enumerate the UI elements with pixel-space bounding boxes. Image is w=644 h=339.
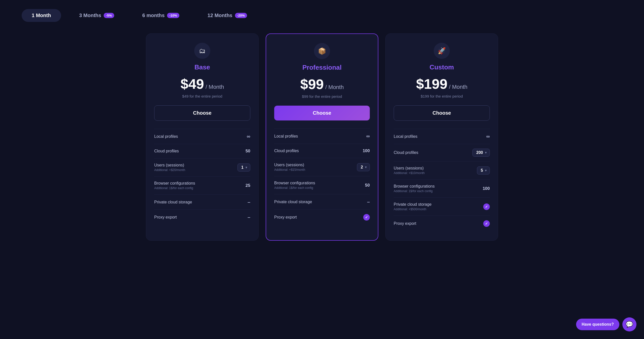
plan-price-base: $49 / Month [154, 76, 250, 92]
plan-card-professional: 📦Professional$99 / Month$99 for the enti… [266, 33, 378, 241]
feature-label-text: Proxy export [154, 215, 177, 220]
feature-row: Proxy export– [154, 209, 250, 225]
feature-row: Browser configurationsAdditional: 1$/for… [394, 179, 490, 197]
plan-price-custom: $199 / Month [394, 76, 490, 92]
feature-row: Cloud profiles50 [154, 144, 250, 158]
choose-button-professional[interactable]: Choose [274, 106, 370, 120]
feature-label-text: Proxy export [274, 215, 297, 220]
check-icon: ✓ [483, 203, 490, 210]
plan-period-professional: / Month [324, 84, 344, 90]
feature-label-text: Users (sessions) [154, 163, 185, 167]
feature-sub-text: Additional: +$20/month [154, 168, 185, 172]
feature-value[interactable]: 2▾ [357, 163, 370, 171]
infinity-icon: ∞ [247, 134, 250, 139]
feature-label: Proxy export [274, 215, 297, 220]
feature-label-text: Cloud profiles [274, 149, 299, 153]
feature-label-text: Private cloud storage [274, 200, 312, 204]
feature-value: 50 [246, 149, 250, 154]
feature-label-text: Browser configurations [154, 181, 195, 186]
period-option-12months[interactable]: 12 Months-20% [197, 9, 257, 22]
plan-amount-professional: $99 [300, 76, 324, 92]
feature-value: ✓ [483, 203, 490, 210]
feature-label: Local profiles [274, 134, 298, 139]
feature-value[interactable]: 5▾ [477, 166, 490, 175]
feature-label: Local profiles [394, 134, 417, 139]
feature-label-text: Local profiles [274, 134, 298, 139]
feature-label: Users (sessions)Additional: +$15/month [274, 163, 305, 172]
period-option-3months[interactable]: 3 Months-5% [69, 9, 124, 22]
plan-name-custom: Custom [394, 63, 490, 71]
feature-label-text: Private cloud storage [154, 200, 192, 204]
feature-value[interactable]: 200▾ [472, 149, 490, 157]
period-label-1month: 1 Month [32, 13, 51, 18]
plan-icon-base: 🗂 [194, 43, 210, 59]
plan-amount-base: $49 [181, 76, 204, 92]
feature-row: Users (sessions)Additional: +$15/month2▾ [274, 158, 370, 176]
feature-label-text: Private cloud storage [394, 202, 431, 207]
dash-icon: – [367, 199, 370, 205]
feature-row: Local profiles∞ [394, 129, 490, 144]
plan-name-base: Base [154, 63, 250, 71]
dropdown-text: 5 [481, 168, 483, 173]
feature-label-text: Local profiles [394, 134, 417, 139]
feature-row: Users (sessions)Additional: +$10/month5▾ [394, 161, 490, 179]
choose-button-base[interactable]: Choose [154, 105, 250, 121]
plan-total-professional: $99 for the entire period [274, 94, 370, 99]
dropdown-value[interactable]: 2▾ [357, 163, 370, 171]
chat-button[interactable]: 💬 [622, 317, 636, 331]
dropdown-value[interactable]: 1▾ [237, 163, 250, 172]
feature-value: ∞ [366, 133, 370, 139]
plan-amount-custom: $199 [416, 76, 448, 92]
feature-label: Users (sessions)Additional: +$20/month [154, 163, 185, 172]
chevron-down-icon: ▾ [485, 151, 487, 154]
dropdown-text: 1 [241, 165, 244, 170]
feature-label: Browser configurationsAdditional: 1$/for… [154, 181, 195, 190]
discount-badge-3months: -5% [104, 13, 114, 18]
feature-value: ∞ [247, 134, 250, 139]
feature-sub-text: Additional: +$15/month [274, 168, 305, 172]
feature-value: – [248, 214, 250, 220]
feature-label-text: Local profiles [154, 134, 178, 139]
period-option-1month[interactable]: 1 Month [22, 9, 61, 22]
chevron-down-icon: ▾ [365, 165, 367, 169]
feature-value: ∞ [486, 134, 490, 139]
feature-label: Browser configurationsAdditional: 1$/for… [274, 181, 315, 190]
feature-value[interactable]: 1▾ [237, 163, 250, 172]
feature-label: Private cloud storage [154, 200, 192, 204]
feature-sub-text: Additional: 1$/for each config [154, 186, 195, 190]
feature-row: Private cloud storage– [274, 194, 370, 209]
dropdown-text: 200 [476, 150, 483, 155]
feature-sub-text: Additional: 1$/for each config [394, 189, 435, 193]
feature-label: Browser configurationsAdditional: 1$/for… [394, 184, 435, 193]
feature-label-text: Cloud profiles [394, 150, 418, 155]
choose-button-custom[interactable]: Choose [394, 105, 490, 121]
feature-label: Cloud profiles [154, 149, 179, 153]
feature-label: Cloud profiles [394, 150, 418, 155]
dropdown-value[interactable]: 200▾ [472, 149, 490, 157]
feature-label: Private cloud storage [274, 200, 312, 204]
feature-label: Local profiles [154, 134, 178, 139]
feature-label-text: Proxy export [394, 221, 416, 226]
feature-value: – [367, 199, 370, 205]
infinity-icon: ∞ [486, 134, 490, 139]
plan-total-base: $49 for the entire period [154, 94, 250, 98]
plan-period-custom: / Month [448, 84, 467, 90]
period-option-6months[interactable]: 6 months-10% [132, 9, 189, 22]
dash-icon: – [248, 199, 250, 205]
chevron-down-icon: ▾ [485, 169, 487, 172]
feature-row: Browser configurationsAdditional: 1$/for… [274, 176, 370, 194]
plan-icon-custom: 🚀 [434, 43, 450, 59]
check-icon: ✓ [483, 220, 490, 227]
feature-row: Local profiles∞ [274, 129, 370, 144]
have-questions-button[interactable]: Have questions? [576, 319, 619, 330]
feature-label: Proxy export [154, 215, 177, 220]
feature-row: Local profiles∞ [154, 129, 250, 144]
feature-sub-text: Additional: +$500/month [394, 207, 431, 211]
dropdown-value[interactable]: 5▾ [477, 166, 490, 175]
discount-badge-6months: -10% [167, 13, 179, 18]
feature-row: Cloud profiles100 [274, 144, 370, 158]
plan-period-base: / Month [204, 84, 224, 90]
feature-row: Browser configurationsAdditional: 1$/for… [154, 176, 250, 194]
feature-label-text: Users (sessions) [394, 166, 425, 171]
chevron-down-icon: ▾ [246, 166, 247, 169]
